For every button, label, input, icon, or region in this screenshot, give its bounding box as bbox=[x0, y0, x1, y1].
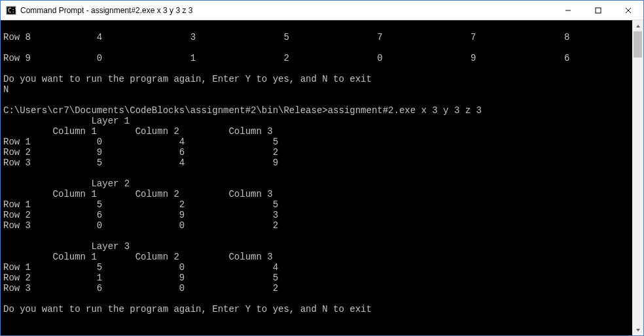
cmd-window: C:\ Command Prompt - assignment#2.exe x … bbox=[0, 0, 644, 336]
app-icon: C:\ bbox=[6, 5, 16, 16]
close-icon bbox=[625, 7, 632, 14]
scrollbar-track[interactable] bbox=[632, 31, 643, 324]
titlebar-buttons bbox=[553, 1, 643, 20]
terminal-output[interactable]: Row 8 4 3 5 7 7 8 3 Row 9 0 1 2 0 bbox=[1, 20, 632, 335]
svg-text:C:\: C:\ bbox=[8, 7, 16, 14]
scrollbar-vertical[interactable] bbox=[632, 20, 643, 335]
maximize-icon bbox=[595, 7, 601, 14]
minimize-button[interactable] bbox=[553, 1, 583, 20]
minimize-icon bbox=[565, 7, 571, 14]
client-area: Row 8 4 3 5 7 7 8 3 Row 9 0 1 2 0 bbox=[1, 20, 643, 335]
svg-marker-7 bbox=[636, 329, 640, 331]
scrollbar-thumb[interactable] bbox=[634, 31, 642, 58]
scroll-down-button[interactable] bbox=[632, 324, 643, 335]
svg-rect-3 bbox=[596, 8, 601, 13]
chevron-up-icon bbox=[635, 24, 641, 29]
maximize-button[interactable] bbox=[583, 1, 613, 20]
scroll-up-button[interactable] bbox=[632, 20, 643, 31]
chevron-down-icon bbox=[635, 328, 641, 333]
svg-marker-6 bbox=[636, 25, 640, 27]
close-button[interactable] bbox=[613, 1, 643, 20]
window-title: Command Prompt - assignment#2.exe x 3 y … bbox=[20, 6, 192, 15]
titlebar[interactable]: C:\ Command Prompt - assignment#2.exe x … bbox=[1, 1, 643, 20]
